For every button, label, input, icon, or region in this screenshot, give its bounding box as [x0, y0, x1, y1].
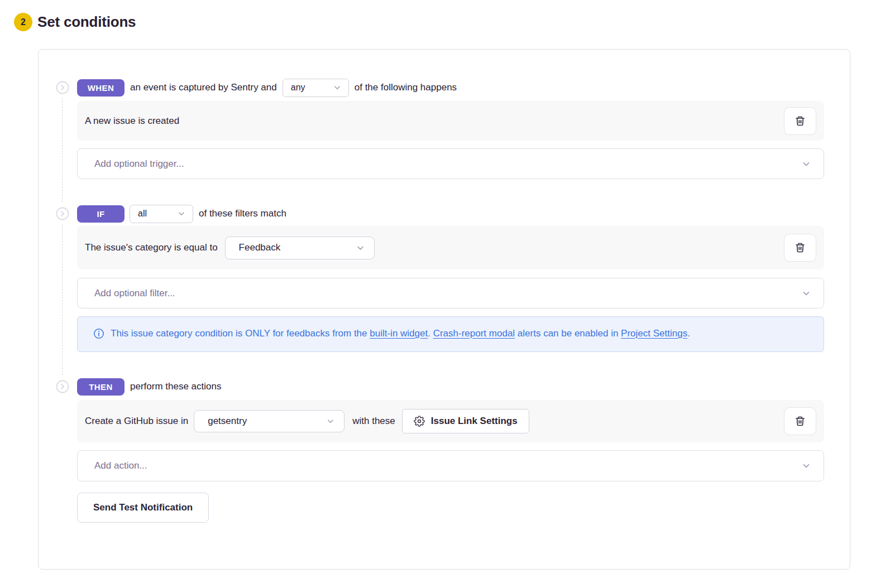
- chevron-down-icon: [801, 288, 811, 298]
- crash-report-modal-link[interactable]: Crash-report modal: [433, 328, 515, 339]
- chevron-right-circle-icon: [56, 380, 69, 393]
- page-title: Set conditions: [37, 13, 136, 31]
- action-middle-text: with these: [352, 416, 395, 427]
- then-section: THEN perform these actions Create a GitH…: [56, 378, 824, 523]
- gear-icon: [414, 416, 425, 427]
- action-row-label: Create a GitHub issue in: [85, 416, 188, 427]
- when-section: WHEN an event is captured by Sentry and …: [56, 79, 824, 205]
- delete-action-button[interactable]: [784, 407, 816, 435]
- add-action-placeholder: Add action...: [94, 460, 147, 471]
- action-row: Create a GitHub issue in getsentry with …: [77, 400, 824, 442]
- when-match-select[interactable]: any: [283, 79, 349, 97]
- chevron-right-circle-icon: [56, 207, 69, 220]
- connector-dashed-line: [62, 224, 63, 375]
- delete-trigger-button[interactable]: [784, 107, 816, 135]
- when-match-select-value: any: [291, 83, 305, 93]
- connector-dashed-line: [62, 98, 63, 202]
- chevron-down-icon: [333, 83, 342, 92]
- add-filter-placeholder: Add optional filter...: [94, 288, 175, 299]
- if-rail: [56, 205, 77, 378]
- add-action-select[interactable]: Add action...: [77, 450, 824, 481]
- chevron-down-icon: [801, 159, 811, 169]
- alert-text: .: [428, 328, 433, 339]
- chevron-down-icon: [801, 461, 811, 471]
- send-test-notification-button[interactable]: Send Test Notification: [77, 493, 209, 523]
- info-alert: This issue category condition is ONLY fo…: [77, 316, 824, 352]
- alert-text: This issue category condition is ONLY fo…: [111, 328, 370, 339]
- filter-row-label: The issue's category is equal to: [85, 242, 218, 253]
- category-select-value: Feedback: [239, 242, 281, 253]
- if-header: IF all of these filters match: [77, 205, 824, 223]
- add-trigger-placeholder: Add optional trigger...: [94, 158, 184, 170]
- add-trigger-select[interactable]: Add optional trigger...: [77, 148, 824, 179]
- alert-text: .: [687, 328, 690, 339]
- then-badge: THEN: [77, 378, 125, 396]
- trash-icon: [795, 416, 806, 427]
- trash-icon: [795, 242, 806, 253]
- when-lead-text: an event is captured by Sentry and: [130, 82, 277, 93]
- if-section: IF all of these filters match The issue'…: [56, 205, 824, 378]
- step-header: 2 Set conditions: [14, 13, 871, 31]
- issue-link-settings-button[interactable]: Issue Link Settings: [402, 409, 529, 433]
- repo-select-value: getsentry: [208, 416, 247, 427]
- category-select[interactable]: Feedback: [225, 237, 375, 259]
- built-in-widget-link[interactable]: built-in widget: [370, 328, 428, 339]
- info-icon: [93, 328, 104, 339]
- chevron-right-circle-icon: [56, 81, 69, 94]
- then-header: THEN perform these actions: [77, 378, 824, 396]
- when-rail: [56, 79, 77, 205]
- alert-text: alerts can be enabled in: [515, 328, 621, 339]
- chevron-down-icon: [356, 243, 365, 253]
- info-alert-text: This issue category condition is ONLY fo…: [111, 325, 690, 342]
- project-settings-link[interactable]: Project Settings: [621, 328, 687, 339]
- filter-row: The issue's category is equal to Feedbac…: [77, 226, 824, 269]
- when-tail-text: of the following happens: [355, 82, 457, 93]
- issue-link-settings-label: Issue Link Settings: [431, 416, 518, 427]
- chevron-down-icon: [326, 417, 335, 426]
- repo-select[interactable]: getsentry: [194, 410, 344, 432]
- when-header: WHEN an event is captured by Sentry and …: [77, 79, 824, 97]
- filter-match-select[interactable]: all: [130, 205, 193, 223]
- filter-match-select-value: all: [138, 209, 147, 219]
- step-number-badge: 2: [14, 13, 32, 31]
- trash-icon: [795, 115, 806, 127]
- then-tail-text: perform these actions: [130, 381, 221, 392]
- add-filter-select[interactable]: Add optional filter...: [77, 278, 824, 309]
- trigger-row-label: A new issue is created: [85, 115, 179, 127]
- when-badge: WHEN: [77, 79, 125, 97]
- if-badge: IF: [77, 205, 125, 223]
- trigger-row: A new issue is created: [77, 101, 824, 141]
- conditions-card: WHEN an event is captured by Sentry and …: [38, 49, 850, 570]
- chevron-down-icon: [177, 209, 186, 218]
- delete-filter-button[interactable]: [784, 234, 816, 262]
- then-rail: [56, 378, 77, 523]
- if-tail-text: of these filters match: [199, 208, 286, 219]
